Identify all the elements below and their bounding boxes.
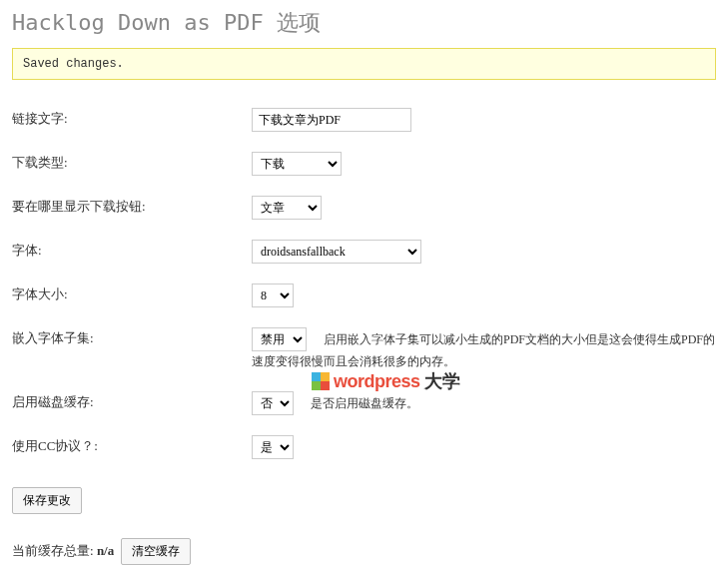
- saved-notice: Saved changes.: [12, 48, 716, 80]
- link-text-input[interactable]: [252, 108, 411, 132]
- link-text-label: 链接文字:: [12, 98, 252, 142]
- embed-subset-select[interactable]: 禁用: [252, 327, 307, 351]
- clear-cache-button[interactable]: 清空缓存: [121, 538, 191, 565]
- display-where-select[interactable]: 文章: [252, 196, 322, 220]
- embed-subset-desc: 启用嵌入字体子集可以减小生成的PDF文档的大小但是这会使得生成PDF的速度变得很…: [252, 332, 715, 368]
- disk-cache-desc: 是否启用磁盘缓存。: [311, 396, 418, 410]
- cache-total-label: 当前缓存总量:: [12, 543, 97, 558]
- display-where-label: 要在哪里显示下载按钮:: [12, 186, 252, 230]
- save-button[interactable]: 保存更改: [12, 487, 82, 514]
- download-type-label: 下载类型:: [12, 142, 252, 186]
- font-select[interactable]: droidsansfallback: [252, 240, 421, 264]
- cc-license-select[interactable]: 是: [252, 435, 294, 459]
- disk-cache-label: 启用磁盘缓存:: [12, 381, 252, 425]
- embed-subset-label: 嵌入字体子集:: [12, 317, 252, 381]
- font-size-select[interactable]: 8: [252, 283, 294, 307]
- cache-total-value: n/a: [97, 543, 114, 558]
- download-type-select[interactable]: 下载: [252, 152, 342, 176]
- settings-form-table: 链接文字: 下载类型: 下载 要在哪里显示下载按钮: 文章 字体: droids…: [12, 98, 716, 469]
- cc-license-label: 使用CC协议？:: [12, 425, 252, 469]
- page-title: Hacklog Down as PDF 选项: [12, 8, 716, 38]
- font-size-label: 字体大小:: [12, 274, 252, 317]
- notice-message: Saved changes.: [23, 57, 124, 71]
- disk-cache-select[interactable]: 否: [252, 391, 294, 415]
- cache-info-line: 当前缓存总量: n/a 清空缓存: [12, 538, 716, 565]
- font-label: 字体:: [12, 230, 252, 274]
